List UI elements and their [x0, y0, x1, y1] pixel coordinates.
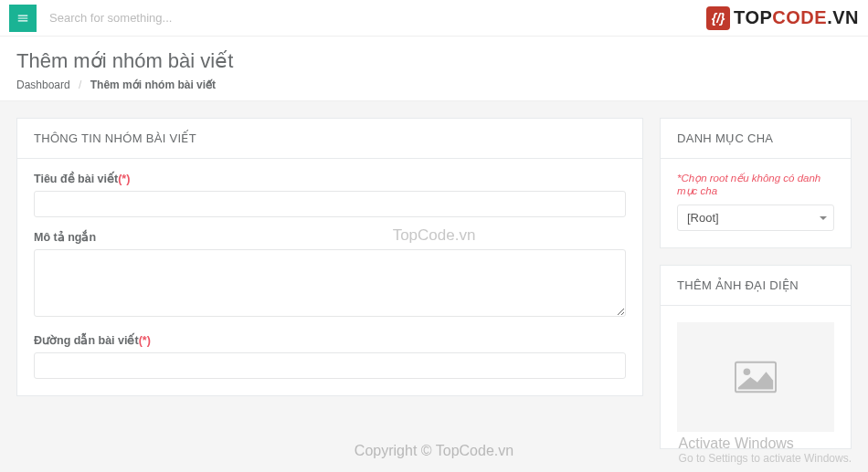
chevron-down-icon — [820, 216, 827, 220]
title-label: Tiêu đề bài viết(*) — [34, 172, 626, 185]
logo-vn: .VN — [827, 7, 859, 28]
image-upload-area[interactable] — [677, 322, 834, 432]
image-panel: THÊM ẢNH ĐẠI DIỆN — [660, 265, 852, 449]
required-mark: (*) — [139, 334, 151, 347]
desc-label: Mô tả ngắn — [34, 230, 626, 244]
logo-code: CODE — [772, 7, 827, 28]
main-info-panel: THÔNG TIN NHÓM BÀI VIẾT Tiêu đề bài viết… — [16, 118, 643, 396]
topbar: {/} TOPCODE.VN — [0, 0, 868, 37]
breadcrumb: Dashboard / Thêm mới nhóm bài viết — [16, 79, 852, 91]
logo-icon: {/} — [706, 6, 730, 30]
svg-point-1 — [744, 368, 751, 375]
left-column: THÔNG TIN NHÓM BÀI VIẾT Tiêu đề bài viết… — [16, 118, 643, 472]
title-input[interactable] — [34, 191, 626, 217]
image-placeholder-icon — [735, 361, 777, 393]
main-info-heading: THÔNG TIN NHÓM BÀI VIẾT — [17, 119, 642, 159]
page-title: Thêm mới nhóm bài viết — [16, 49, 852, 73]
parent-category-panel: DANH MỤC CHA *Chọn root nếu không có dan… — [660, 118, 852, 248]
parent-hint: *Chọn root nếu không có danh mục cha — [677, 172, 834, 197]
logo: {/} TOPCODE.VN — [706, 6, 859, 30]
url-group: Đường dẫn bài viết(*) — [34, 333, 626, 379]
menu-toggle-button[interactable] — [9, 5, 37, 32]
parent-body: *Chọn root nếu không có danh mục cha [Ro… — [661, 159, 851, 247]
image-body — [661, 306, 851, 448]
parent-heading: DANH MỤC CHA — [661, 119, 851, 159]
breadcrumb-current: Thêm mới nhóm bài viết — [90, 79, 216, 91]
desc-group: Mô tả ngắn — [34, 230, 626, 320]
breadcrumb-sep: / — [79, 79, 81, 91]
search-input[interactable] — [49, 11, 323, 25]
required-mark: (*) — [118, 173, 130, 185]
url-input[interactable] — [34, 352, 626, 379]
url-label: Đường dẫn bài viết(*) — [34, 333, 626, 347]
parent-select[interactable]: [Root] — [677, 205, 834, 231]
title-group: Tiêu đề bài viết(*) — [34, 172, 626, 217]
logo-top: TOP — [734, 7, 772, 28]
parent-select-value: [Root] — [677, 205, 834, 231]
main-info-body: Tiêu đề bài viết(*) Mô tả ngắn Đường dẫn… — [17, 159, 642, 395]
page-header: Thêm mới nhóm bài viết Dashboard / Thêm … — [0, 37, 868, 101]
logo-text: TOPCODE.VN — [734, 7, 859, 28]
breadcrumb-home[interactable]: Dashboard — [16, 79, 70, 91]
desc-textarea[interactable] — [34, 249, 626, 317]
hamburger-icon — [16, 12, 29, 25]
right-column: DANH MỤC CHA *Chọn root nếu không có dan… — [660, 118, 852, 472]
content-area: THÔNG TIN NHÓM BÀI VIẾT Tiêu đề bài viết… — [0, 101, 868, 472]
image-heading: THÊM ẢNH ĐẠI DIỆN — [661, 266, 851, 306]
